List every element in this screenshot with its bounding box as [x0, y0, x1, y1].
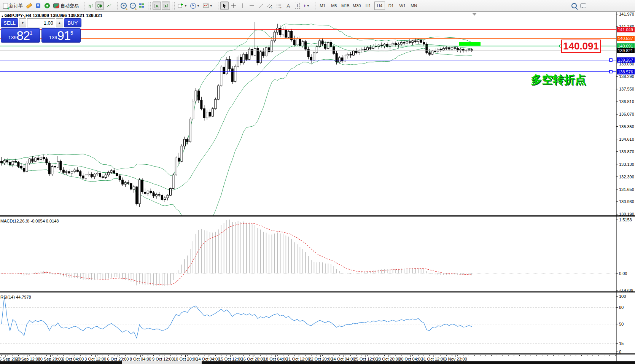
svg-text:138.290: 138.290	[619, 74, 634, 79]
timeframe-button-m5[interactable]: M5	[329, 2, 339, 10]
channel-button[interactable]: E	[266, 2, 274, 10]
svg-text:16 Oct 20:00: 16 Oct 20:00	[241, 357, 265, 361]
svg-text:50: 50	[619, 322, 624, 326]
timeframe-button-h4[interactable]: H4	[374, 2, 385, 10]
chat-button[interactable]	[579, 2, 587, 10]
new-order-button[interactable]: 新订单	[2, 2, 24, 10]
svg-text:140.091: 140.091	[618, 44, 633, 48]
candlestick-chart-button[interactable]	[95, 2, 104, 10]
templates-button[interactable]: ▼	[202, 2, 214, 10]
signals-icon	[45, 3, 50, 8]
svg-text:130.930: 130.930	[619, 199, 634, 204]
svg-text:141.970: 141.970	[619, 12, 634, 16]
toolbar-grip[interactable]	[313, 2, 315, 10]
arrows-button[interactable]: ▲▼ ▼	[302, 2, 311, 10]
rsi-indicator-label: RSI(14) 44.7978	[0, 295, 31, 299]
buy-button[interactable]: BUY	[64, 18, 81, 27]
text-button[interactable]: A	[284, 2, 293, 10]
vertical-line-button[interactable]	[239, 2, 247, 10]
svg-text:18 Oct 04:00: 18 Oct 04:00	[264, 357, 288, 361]
toolbar-grip[interactable]	[115, 2, 118, 10]
cursor-button[interactable]	[220, 2, 229, 10]
trendline-icon	[258, 3, 264, 8]
marker-button[interactable]	[25, 2, 33, 10]
line-chart-button[interactable]	[105, 2, 113, 10]
sell-price-button[interactable]: 139 82 1	[1, 28, 40, 43]
community-button[interactable]	[34, 2, 42, 10]
signals-button[interactable]	[43, 2, 51, 10]
text-icon: A	[286, 3, 290, 9]
zoom-out-button[interactable]: −	[129, 2, 137, 10]
toolbar-group-zoom: + −	[119, 0, 146, 11]
horizontal-line-icon	[249, 3, 255, 8]
timeframe-button-d1[interactable]: D1	[386, 2, 396, 10]
indicators-button[interactable]: ▼	[177, 2, 188, 10]
zoom-in-icon: +	[121, 3, 127, 9]
svg-text:130.190: 130.190	[619, 212, 634, 216]
chat-icon	[580, 3, 586, 8]
svg-text:131.650: 131.650	[619, 187, 634, 192]
timeframe-button-w1[interactable]: W1	[397, 2, 408, 10]
volume-decrease-button[interactable]: ▼	[19, 18, 26, 27]
text-label-button[interactable]: T	[293, 2, 302, 10]
timeframe-button-m1[interactable]: M1	[317, 2, 328, 10]
volume-increase-button[interactable]: ▲	[56, 18, 63, 27]
indicators-icon	[178, 3, 183, 9]
zoom-in-button[interactable]: +	[119, 2, 128, 10]
bar-chart-button[interactable]	[86, 2, 95, 10]
scrollbar-thumb[interactable]	[122, 361, 202, 364]
auto-scroll-button[interactable]	[153, 2, 161, 10]
horizontal-line-button[interactable]	[248, 2, 256, 10]
toolbar-grip[interactable]	[148, 2, 151, 10]
sell-price-main: 82	[16, 29, 30, 42]
svg-text:138.576: 138.576	[618, 70, 633, 74]
svg-text:0.00: 0.00	[619, 271, 627, 276]
toolbar-group-dropdowns: ▼ ▼ ▼	[176, 0, 214, 11]
periods-button[interactable]: ▼	[189, 2, 201, 10]
arrows-icon: ▲▼	[304, 4, 306, 7]
timeframe-button-mn[interactable]: MN	[409, 2, 419, 10]
chart-shift-icon	[163, 3, 169, 9]
svg-text:1.5153: 1.5153	[619, 218, 632, 222]
tile-windows-button[interactable]	[138, 2, 146, 10]
toolbar-grip[interactable]	[216, 2, 218, 10]
symbol-header: ▴GBPJPY-,H4 139.909 139.966 139.821 139.…	[2, 13, 102, 18]
chevron-down-icon: ▼	[307, 4, 310, 8]
price-annotation-box: 140.091	[561, 40, 601, 53]
horizontal-scrollbar[interactable]	[0, 361, 635, 364]
timeframe-button-m30[interactable]: M30	[352, 2, 362, 10]
chart-shift-button[interactable]	[162, 2, 170, 10]
svg-text:100: 100	[619, 294, 626, 299]
svg-text:14 Oct 04:00: 14 Oct 04:00	[196, 357, 220, 361]
svg-text:15: 15	[619, 341, 624, 346]
timeframe-button-h1[interactable]: H1	[363, 2, 374, 10]
toolbar-grip[interactable]	[172, 2, 175, 10]
macd-indicator-label: MACD(12,26,9) -0.0054 0.0148	[0, 219, 59, 223]
crosshair-button[interactable]	[229, 2, 238, 10]
svg-text:139.267: 139.267	[618, 58, 633, 62]
fibonacci-icon: F	[276, 3, 282, 9]
timeframe-button-m15[interactable]: M15	[340, 2, 351, 10]
svg-text:10 Oct 20:00: 10 Oct 20:00	[173, 357, 197, 361]
svg-text:136.810: 136.810	[619, 99, 634, 104]
buy-price-button[interactable]: 139 91 5	[41, 28, 81, 43]
community-icon	[36, 3, 40, 8]
autotrading-button[interactable]: 自动交易	[52, 2, 80, 10]
template-icon	[203, 3, 209, 8]
buy-price-main: 91	[57, 29, 70, 42]
trendline-button[interactable]	[257, 2, 265, 10]
channel-icon: E	[267, 3, 273, 9]
one-click-trading-panel: SELL ▼ ▲ BUY 139 82 1 139 91 5	[1, 18, 81, 43]
svg-text:6 Oct 23:00: 6 Oct 23:00	[107, 357, 129, 361]
toolbar-grip[interactable]	[82, 2, 84, 10]
fibonacci-button[interactable]: F	[275, 2, 283, 10]
chart-area[interactable]: 141.970141.230139.030138.290137.550136.8…	[0, 12, 635, 364]
svg-text:141.049: 141.049	[618, 27, 633, 32]
svg-text:140.537: 140.537	[618, 36, 633, 41]
search-button[interactable]	[570, 2, 578, 10]
chevron-down-icon: ▼	[197, 4, 200, 8]
volume-input[interactable]	[27, 18, 55, 27]
svg-text:134.610: 134.610	[619, 137, 634, 141]
marker-icon	[26, 3, 32, 8]
sell-button[interactable]: SELL	[1, 18, 18, 27]
